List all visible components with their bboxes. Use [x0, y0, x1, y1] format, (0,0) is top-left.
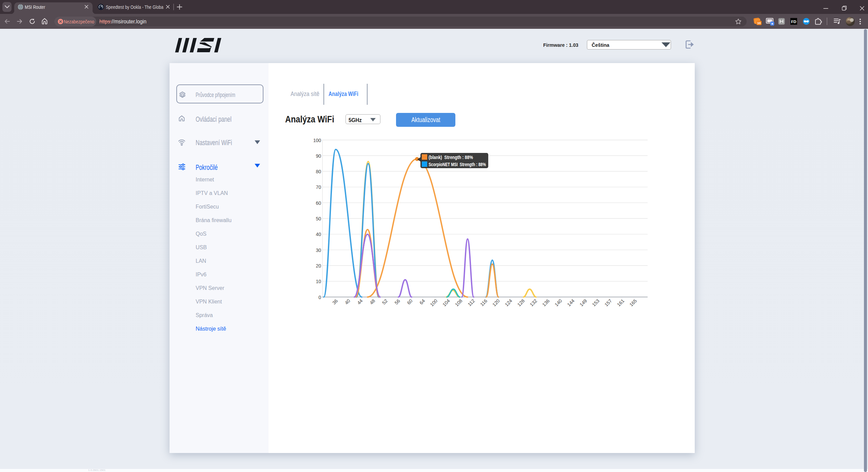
svg-text:20: 20 — [316, 263, 321, 269]
svg-text:44: 44 — [356, 298, 363, 306]
svg-text:FD: FD — [791, 20, 796, 24]
svg-text:161: 161 — [616, 298, 625, 308]
svg-text:70: 70 — [316, 184, 321, 190]
svg-text:149: 149 — [578, 298, 588, 308]
svg-text:132: 132 — [529, 298, 538, 308]
svg-text:100: 100 — [313, 138, 321, 143]
svg-text:40: 40 — [316, 232, 321, 237]
svg-text:144: 144 — [566, 298, 575, 308]
svg-text:124: 124 — [504, 298, 513, 308]
svg-text:60: 60 — [316, 200, 321, 206]
svg-text:50: 50 — [316, 216, 321, 221]
svg-text:40: 40 — [344, 298, 351, 306]
svg-text:36: 36 — [331, 298, 339, 306]
svg-text:116: 116 — [479, 298, 488, 307]
svg-text:30: 30 — [316, 248, 321, 253]
svg-text:56: 56 — [394, 298, 401, 306]
svg-text:60: 60 — [406, 298, 413, 306]
svg-text:90: 90 — [316, 153, 321, 159]
svg-text:108: 108 — [454, 298, 463, 308]
svg-text:0: 0 — [318, 295, 321, 300]
svg-text:100: 100 — [429, 298, 438, 308]
svg-text:80: 80 — [316, 169, 321, 174]
svg-text:10: 10 — [757, 21, 761, 25]
svg-text:(blank) Strength : 88%: (blank) Strength : 88% — [429, 154, 473, 160]
svg-text:112: 112 — [467, 298, 476, 307]
svg-text:120: 120 — [491, 298, 501, 308]
svg-text:10: 10 — [316, 279, 321, 284]
svg-text:ScorpioNET MSI Strength : 88%: ScorpioNET MSI Strength : 88% — [429, 161, 486, 167]
svg-text:48: 48 — [369, 298, 376, 306]
svg-text:128: 128 — [516, 298, 526, 308]
svg-text:104: 104 — [441, 298, 451, 308]
svg-text:52: 52 — [381, 298, 389, 306]
svg-text:140: 140 — [554, 298, 563, 308]
svg-text:157: 157 — [604, 298, 613, 308]
svg-text:136: 136 — [541, 298, 551, 308]
svg-text:165: 165 — [628, 298, 638, 308]
svg-text:64: 64 — [418, 298, 426, 306]
svg-text:★: ★ — [771, 22, 773, 25]
svg-text:153: 153 — [591, 298, 600, 308]
